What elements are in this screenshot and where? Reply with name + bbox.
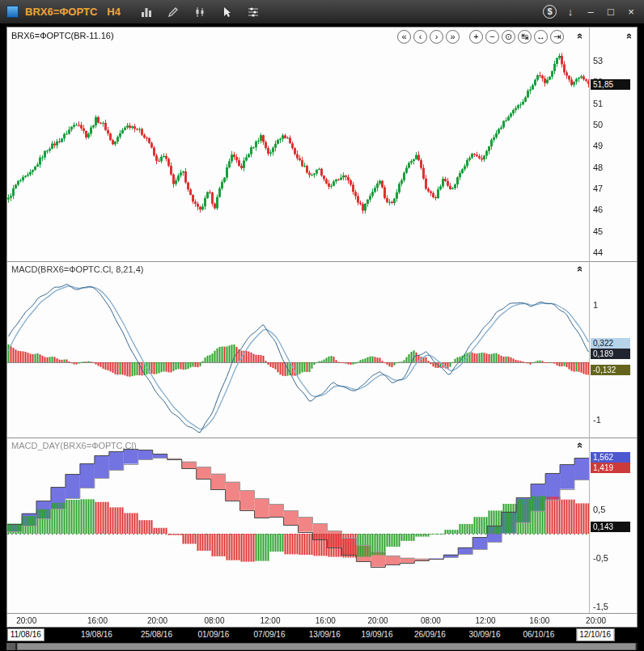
collapse-macd-day-panel-icon[interactable]: » <box>574 439 584 451</box>
date-label: 26/09/16 <box>414 630 446 639</box>
axis-tick-label: 51 <box>593 99 603 108</box>
axis-tick-label: 53 <box>593 56 603 66</box>
go-to-end-button[interactable]: ⇥ <box>550 30 564 44</box>
scrollbar-left-button[interactable] <box>6 643 15 650</box>
pencil-icon[interactable] <box>165 4 181 20</box>
app-window-icon <box>6 6 19 18</box>
date-label: 01/09/16 <box>197 630 229 639</box>
zoom-in-button[interactable]: + <box>469 30 483 44</box>
time-label: 16:00 <box>529 616 549 625</box>
price-panel-label: BRX6=ФОРТС(BR-11.16) <box>11 31 114 40</box>
timeframe-label: H4 <box>107 6 121 18</box>
date-label: 25/08/16 <box>141 630 172 639</box>
close-icon[interactable]: × <box>625 5 638 19</box>
axis-tick-label: 47 <box>593 184 603 193</box>
axis-tick-label: 46 <box>593 205 603 214</box>
collapse-axis-icon[interactable]: » <box>623 30 633 42</box>
scroll-right-button[interactable]: › <box>430 30 443 44</box>
cursor-icon[interactable] <box>218 4 235 20</box>
date-label: 19/09/16 <box>362 630 393 639</box>
axis-tick-label: 0,5 <box>593 505 605 514</box>
axis-tick-label: -0,5 <box>593 553 608 563</box>
compress-scale-button[interactable]: ↹ <box>518 30 532 44</box>
collapse-price-panel-icon[interactable]: » <box>574 30 584 42</box>
chart-frame: BRX6=ФОРТС(BR-11.16) MACD(BRX6=ФОРТС.Cl,… <box>6 27 638 628</box>
time-label: 16:00 <box>316 616 336 625</box>
scroll-left-button[interactable]: ‹ <box>413 30 427 44</box>
time-label: 08:00 <box>421 616 441 625</box>
axis-tick-label: 44 <box>593 247 603 257</box>
minimize-icon[interactable]: – <box>584 5 597 19</box>
macd-histogram-value-box: -0,132 <box>591 365 630 375</box>
chart-toolbar <box>138 4 261 20</box>
macd-day-lower-value-box: 1,419 <box>591 463 630 473</box>
download-icon[interactable]: ↓ <box>564 5 577 19</box>
time-label: 20:00 <box>16 616 36 625</box>
macd-day-histogram-value-box: 0,143 <box>591 522 630 532</box>
time-label: 20:00 <box>147 616 167 625</box>
time-label: 16:00 <box>87 616 108 625</box>
date-label: 19/08/16 <box>81 630 112 639</box>
date-label: 07/09/16 <box>254 630 286 639</box>
horizontal-scrollbar[interactable] <box>6 643 638 650</box>
axis-tick-label: 50 <box>593 120 603 129</box>
macd-day-upper-value-box: 1,562 <box>591 452 630 463</box>
volume-bars-icon[interactable] <box>138 4 155 20</box>
date-label: 13/09/16 <box>309 630 341 639</box>
macd-day-panel-label: MACD_DAY(BRX6=ФОРТС.Cl) <box>11 441 137 450</box>
zoom-out-button[interactable]: − <box>485 30 499 44</box>
time-label: 08:00 <box>204 616 224 625</box>
scroll-fast-right-button[interactable]: » <box>446 30 460 44</box>
axis-tick-label: 49 <box>593 141 603 150</box>
zoom-select-button[interactable]: ⊙ <box>502 30 515 44</box>
window-title: BRX6=ФОРТС <box>25 6 97 18</box>
last-price-box: 51,85 <box>591 79 630 90</box>
scrollbar-thumb[interactable] <box>17 643 636 650</box>
macd-panel-label: MACD(BRX6=ФОРТС.Cl, 8,21,4) <box>11 264 143 274</box>
axis-tick-label: -1,5 <box>593 602 608 611</box>
axis-tick-label: -1 <box>593 415 601 425</box>
time-label: 20:00 <box>586 616 606 625</box>
date-axis: 11/08/1619/08/1625/08/1601/09/1607/09/16… <box>6 628 638 642</box>
expand-scale-button[interactable]: ↔ <box>534 30 548 44</box>
scroll-fast-left-button[interactable]: « <box>397 30 411 44</box>
trading-terminal-window: BRX6=ФОРТС H4 $↓–□× BRX6=ФОРТС(BR-11.16)… <box>0 0 644 651</box>
time-label: 12:00 <box>260 616 280 625</box>
time-label: 20:00 <box>367 616 388 625</box>
date-label: 12/10/16 <box>576 628 614 641</box>
axis-tick-label: 45 <box>593 226 603 236</box>
date-label: 30/09/16 <box>469 630 501 639</box>
chart-nav-buttons: «‹›»+−⊙↹↔⇥ <box>397 30 564 44</box>
titlebar-controls: $↓–□× <box>543 5 638 19</box>
axis-tick-label: 1 <box>593 300 598 310</box>
date-label: 06/10/16 <box>523 630 554 639</box>
chart-canvas[interactable] <box>7 27 637 627</box>
time-label: 12:00 <box>476 616 496 625</box>
macd-signal-value-box: 0,322 <box>591 338 630 349</box>
titlebar: BRX6=ФОРТС H4 $↓–□× <box>0 0 644 24</box>
indicator-levels-icon[interactable] <box>245 4 261 20</box>
dollar-icon[interactable]: $ <box>543 5 557 19</box>
macd-line-value-box: 0,189 <box>591 349 630 359</box>
date-label: 11/08/16 <box>7 628 44 641</box>
maximize-icon[interactable]: □ <box>604 5 617 19</box>
collapse-macd-panel-icon[interactable]: » <box>574 263 584 275</box>
axis-tick-label: 48 <box>593 163 603 172</box>
candlestick-icon[interactable] <box>192 4 208 20</box>
